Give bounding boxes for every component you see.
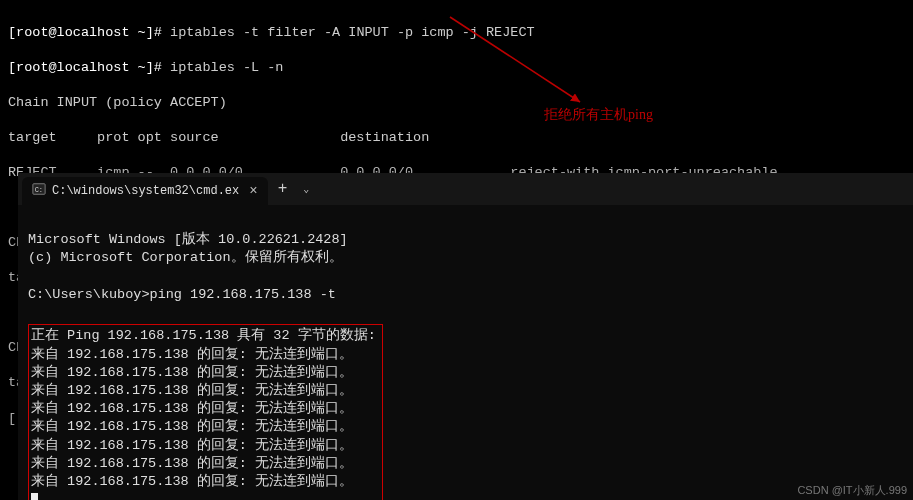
watermark: CSDN @IT小新人.999 (797, 483, 907, 498)
ping-reply: 来自 192.168.175.138 的回复: 无法连到端口。 (31, 419, 353, 434)
svg-text:C:: C: (35, 186, 43, 194)
ping-reply: 来自 192.168.175.138 的回复: 无法连到端口。 (31, 438, 353, 453)
text-cursor (31, 493, 38, 500)
ping-output-box: 正在 Ping 192.168.175.138 具有 32 字节的数据: 来自 … (28, 324, 383, 500)
new-tab-button[interactable]: + (268, 180, 298, 198)
windows-terminal-body[interactable]: Microsoft Windows [版本 10.0.22621.2428] (… (18, 205, 913, 500)
ping-reply: 来自 192.168.175.138 的回复: 无法连到端口。 (31, 347, 353, 362)
win-header1: Microsoft Windows [版本 10.0.22621.2428] (28, 232, 348, 247)
rule-header: target prot opt source destination (8, 129, 905, 147)
linux-prompt: [root@localhost ~]# (8, 25, 162, 40)
win-prompt: C:\Users\kuboy> (28, 287, 150, 302)
linux-prompt2: [root@localhost ~]# (8, 60, 162, 75)
tab-dropdown-icon[interactable]: ⌄ (297, 183, 315, 195)
ping-reply: 来自 192.168.175.138 的回复: 无法连到端口。 (31, 456, 353, 471)
windows-terminal-window: C: C:\windows\system32\cmd.ex × + ⌄ Micr… (18, 173, 913, 500)
ping-reply: 来自 192.168.175.138 的回复: 无法连到端口。 (31, 383, 353, 398)
win-header2: (c) Microsoft Corporation。保留所有权利。 (28, 250, 343, 265)
ping-reply: 来自 192.168.175.138 的回复: 无法连到端口。 (31, 365, 353, 380)
tab-cmd[interactable]: C: C:\windows\system32\cmd.ex × (22, 177, 268, 205)
annotation-reject: 拒绝所有主机ping (544, 106, 653, 124)
close-icon[interactable]: × (249, 183, 257, 199)
chain-input: Chain INPUT (policy ACCEPT) (8, 94, 905, 112)
ping-reply: 来自 192.168.175.138 的回复: 无法连到端口。 (31, 474, 353, 489)
tab-title: C:\windows\system32\cmd.ex (52, 184, 239, 198)
ping-header: 正在 Ping 192.168.175.138 具有 32 字节的数据: (31, 328, 376, 343)
cmd-icon: C: (32, 182, 46, 200)
win-cmd: ping 192.168.175.138 -t (150, 287, 336, 302)
titlebar[interactable]: C: C:\windows\system32\cmd.ex × + ⌄ (18, 173, 913, 205)
linux-cmd1: iptables -t filter -A INPUT -p icmp -j R… (170, 25, 535, 40)
ping-reply: 来自 192.168.175.138 的回复: 无法连到端口。 (31, 401, 353, 416)
linux-cmd2: iptables -L -n (170, 60, 283, 75)
